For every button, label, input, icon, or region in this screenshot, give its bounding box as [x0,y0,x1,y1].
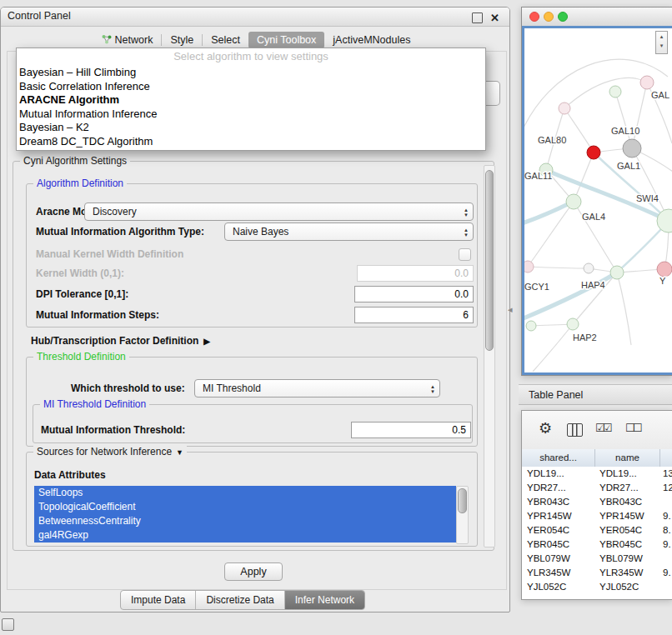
hub-definition-toggle[interactable]: Hub/Transcription Factor Definition [31,332,210,351]
tab-discretize-data[interactable]: Discretize Data [196,591,284,609]
panel-collapse-icon[interactable] [508,304,513,315]
column-header-shared[interactable]: shared... [522,449,595,467]
network-node[interactable] [526,321,536,331]
algorithm-option[interactable]: Dream8 DC_TDC Algorithm [17,135,485,149]
table-row[interactable]: YDR27...YDR27...12 [522,481,672,495]
manual-kernel-checkbox[interactable] [459,248,471,261]
apply-button[interactable]: Apply [224,562,283,581]
close-window-icon[interactable] [490,10,499,19]
attribute-list-item[interactable]: TopologicalCoefficient [34,500,456,514]
network-node[interactable] [609,86,621,98]
columns-icon[interactable] [567,423,583,437]
table-row[interactable]: YBR043CYBR043C [522,495,672,509]
mi-steps-field[interactable] [354,307,474,323]
aracne-mode-select[interactable]: Discovery [84,202,474,221]
table-row[interactable]: YBL079WYBL079W [522,552,672,566]
mi-algorithm-type-select[interactable]: Naive Bayes [224,222,474,241]
mi-threshold-field[interactable] [351,422,471,438]
mi-type-value: Naive Bayes [233,226,288,238]
table-cell: 8. [660,523,672,538]
tab-impute-data[interactable]: Impute Data [121,591,196,609]
tab-label: Discretize Data [206,594,273,606]
gear-icon[interactable] [539,419,552,438]
table-cell: YBL079W [595,552,660,566]
table-cell: YLR345W [595,566,660,580]
algorithm-option[interactable]: ARACNE Algorithm [17,93,485,108]
network-window-titlebar[interactable] [522,8,672,27]
network-node[interactable] [610,266,624,279]
control-panel-titlebar[interactable]: Control Panel [1,8,509,27]
zoom-traffic-light-icon[interactable] [558,12,568,22]
network-icon [102,34,112,47]
mi-threshold-label: Mutual Information Threshold: [41,421,185,439]
table-window: shared... name YDL19...YDL19...13YDR27..… [521,410,672,600]
algorithm-option[interactable]: Bayesian – K2 [17,121,485,135]
tab-select[interactable]: Select [203,32,248,48]
algorithm-option[interactable]: Mutual Information Inference [17,108,485,122]
dpi-tolerance-field[interactable] [354,286,474,302]
tab-style[interactable]: Style [162,32,202,48]
network-canvas[interactable]: GALGAL80GAL10GAL1GAL11SWI4GAL4GCY1HAP4YH… [522,26,672,375]
attribute-list-item[interactable]: SelfLoops [34,486,456,500]
network-node[interactable] [623,139,641,158]
float-window-icon[interactable] [472,12,483,23]
algorithm-dropdown-prompt: Select algorithm to view settings [17,48,485,66]
table-cell: YER054C [522,523,595,538]
table-row[interactable]: YBR045CYBR045C9. [522,538,672,552]
which-threshold-select[interactable]: MI Threshold [194,379,440,398]
kernel-width-field[interactable] [357,265,474,282]
table-row[interactable]: YER054CYER054C8. [522,523,672,538]
algorithm-option[interactable]: Basic Correlation Inference [17,80,485,94]
tab-label: jActiveMNodules [333,34,410,46]
network-node[interactable] [524,261,534,272]
attributes-scrollbar-thumb[interactable] [458,488,467,513]
table-row[interactable]: YLR345WYLR345W9. [522,566,672,580]
minimized-panel-icon[interactable] [2,618,14,631]
data-attributes-list[interactable]: SelfLoopsTopologicalCoefficientBetweenne… [34,486,456,542]
group-title: Algorithm Definition [33,178,127,189]
network-overview-scrollbar[interactable] [655,31,668,54]
network-node-label: GAL [651,90,669,100]
table-cell: YDR27... [522,481,595,495]
table-panel-title: Table Panel [529,389,583,401]
table-panel-header[interactable]: Table Panel [519,384,672,405]
network-node[interactable] [559,102,570,114]
column-header-name[interactable]: name [595,449,660,467]
tab-cyni-toolbox[interactable]: Cyni Toolbox [248,32,324,48]
attribute-list-item[interactable]: gal4RGexp [34,528,456,542]
network-node[interactable] [640,76,654,89]
network-node[interactable] [657,262,672,277]
aracne-mode-value: Discovery [93,206,137,218]
tab-jactivemnodules[interactable]: jActiveMNodules [324,32,419,48]
minimize-traffic-light-icon[interactable] [544,12,554,22]
network-node[interactable] [584,263,594,273]
table-row[interactable]: YPR145WYPR145W9. [522,509,672,523]
tab-infer-network[interactable]: Infer Network [285,591,364,609]
network-node[interactable] [587,146,600,159]
table-row[interactable]: YDL19...YDL19...13 [522,467,672,481]
network-node-label: SWI4 [636,193,659,203]
table-cell: YJL052C [595,580,660,594]
which-threshold-label: Which threshold to use: [71,379,185,398]
tab-label: Cyni Toolbox [257,34,316,46]
network-node[interactable] [567,318,579,330]
network-node[interactable] [566,194,581,209]
settings-scrollbar[interactable] [484,165,495,548]
attribute-list-item[interactable]: BetweennessCentrality [34,514,456,528]
algorithm-option[interactable]: Bayesian – Hill Climbing [17,66,485,80]
deselect-all-columns-icon[interactable] [625,422,639,434]
tab-label: Style [170,34,193,46]
table-cell: YBR043C [595,495,660,509]
close-traffic-light-icon[interactable] [529,12,539,22]
settings-scrollbar-thumb[interactable] [485,170,494,351]
dpi-tolerance-label: DPI Tolerance [0,1]: [36,285,128,303]
tab-network[interactable]: Network [93,32,162,49]
attributes-scrollbar[interactable] [456,486,469,544]
column-header-cut[interactable] [660,449,672,467]
kernel-width-label: Kernel Width (0,1): [36,264,124,282]
sources-toggle[interactable]: Sources for Network Inference [33,446,187,458]
select-all-columns-icon[interactable] [595,422,609,434]
algorithm-dropdown-popup: Select algorithm to view settings Bayesi… [16,48,486,151]
table-row[interactable]: YJL052CYJL052C [522,580,672,594]
table-cell: YER054C [595,523,660,538]
